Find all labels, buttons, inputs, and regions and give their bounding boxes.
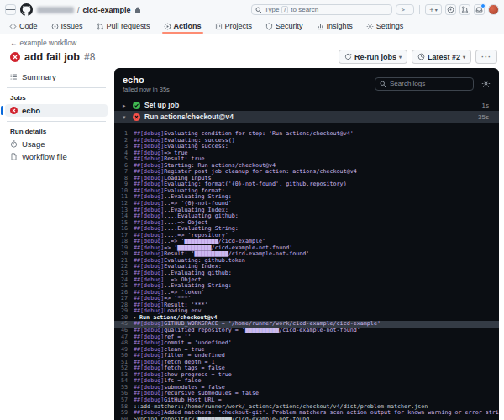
log-line[interactable]: 15##[debug]....=> Object: [114, 220, 499, 227]
log-line[interactable]: 58::add-matcher::/home/runner/work/_acti…: [114, 404, 499, 411]
log-line[interactable]: 30▸Run actions/checkout@v4: [114, 315, 499, 322]
log-line-number[interactable]: 46: [114, 328, 128, 334]
log-line[interactable]: 20##[debug]Result: '██████████/cicd-exam…: [114, 251, 499, 258]
log-line[interactable]: 9##[debug]Evaluating: format('{0}-not-fo…: [114, 181, 499, 188]
tab-insights[interactable]: Insights: [311, 18, 359, 34]
log-line[interactable]: 3##[debug]Evaluating success:: [114, 144, 499, 150]
log-line-number[interactable]: 58: [114, 404, 128, 411]
sidebar-job-echo[interactable]: echo: [5, 104, 108, 117]
hamburger-menu-button[interactable]: [5, 4, 16, 15]
log-line-number[interactable]: 56: [114, 391, 128, 397]
kebab-menu-button[interactable]: ···: [475, 50, 497, 64]
log-line[interactable]: 49##[debug]clean = true: [114, 347, 499, 354]
tab-code[interactable]: Code: [3, 18, 44, 34]
log-line-number[interactable]: 54: [114, 378, 128, 385]
log-line-number[interactable]: 60: [114, 417, 128, 420]
log-line-number[interactable]: 12: [114, 201, 128, 207]
create-new-button[interactable]: +▾: [425, 4, 442, 15]
log-line-number[interactable]: 28: [114, 302, 128, 309]
log-line[interactable]: 4##[debug]=> true: [114, 150, 499, 157]
log-line-number[interactable]: 9: [114, 181, 128, 188]
log-line-number[interactable]: 52: [114, 365, 128, 372]
log-line-number[interactable]: 15: [114, 220, 128, 227]
log-line[interactable]: 56##[debug]recursive submodules = false: [114, 391, 499, 397]
log-line-number[interactable]: 13: [114, 207, 128, 214]
log-line[interactable]: 8##[debug]Loading inputs: [114, 176, 499, 182]
log-line[interactable]: 48##[debug]commit = 'undefined': [114, 340, 499, 347]
tab-projects[interactable]: Projects: [209, 18, 259, 34]
step-setup-job[interactable]: ▸ Set up job 1s: [114, 99, 499, 111]
log-line-number[interactable]: 25: [114, 283, 128, 290]
log-line[interactable]: 11##[debug]..Evaluating String:: [114, 194, 499, 201]
log-line-number[interactable]: 49: [114, 347, 128, 354]
log-line[interactable]: 60Syncing repository: ██████████/cicd-ex…: [114, 417, 499, 420]
log-line[interactable]: 29##[debug]Loading env: [114, 308, 499, 315]
log-line[interactable]: 45##[debug]GITHUB_WORKSPACE = '/home/run…: [114, 321, 499, 328]
log-line-number[interactable]: 53: [114, 372, 128, 379]
log-line[interactable]: 7##[debug]Register post job cleanup for …: [114, 169, 499, 176]
log-line[interactable]: 28##[debug]Result: '***': [114, 302, 499, 309]
log-line[interactable]: 47##[debug]ref = '': [114, 334, 499, 341]
sidebar-item-usage[interactable]: Usage: [5, 138, 108, 150]
log-line-number[interactable]: 27: [114, 296, 128, 302]
log-line-number[interactable]: 22: [114, 264, 128, 270]
log-line[interactable]: 1##[debug]Evaluating condition for step:…: [114, 131, 499, 138]
back-to-workflow-link[interactable]: ← example workflow: [10, 39, 504, 47]
log-line[interactable]: 21##[debug]Evaluating: github.token: [114, 258, 499, 265]
chevron-down-icon[interactable]: ▾: [123, 114, 129, 120]
log-line[interactable]: 55##[debug]submodules = false: [114, 385, 499, 391]
log-line-number[interactable]: 23: [114, 270, 128, 277]
log-line[interactable]: 54##[debug]lfs = false: [114, 378, 499, 385]
tab-settings[interactable]: Settings: [360, 18, 410, 34]
log-line[interactable]: 24##[debug]..=> Object: [114, 277, 499, 284]
log-settings-gear-icon[interactable]: [481, 79, 491, 88]
log-line-number[interactable]: 30: [114, 315, 128, 322]
log-line[interactable]: 23##[debug]..Evaluating github:: [114, 270, 499, 277]
log-line[interactable]: 53##[debug]show progress = true: [114, 372, 499, 379]
log-line[interactable]: 26##[debug]..=> 'token': [114, 290, 499, 297]
log-line[interactable]: 52##[debug]fetch tags = false: [114, 365, 499, 372]
log-line[interactable]: 17##[debug]....=> 'repository': [114, 233, 499, 239]
log-line-number[interactable]: 29: [114, 308, 128, 315]
log-line[interactable]: 57##[debug]GitHub Host URL =: [114, 397, 499, 404]
log-line-number[interactable]: 55: [114, 385, 128, 391]
log-line-number[interactable]: 8: [114, 176, 128, 182]
log-line-number[interactable]: 19: [114, 245, 128, 252]
log-line-number[interactable]: 26: [114, 290, 128, 297]
log-line-number[interactable]: 7: [114, 169, 128, 176]
repo-name-link[interactable]: cicd-example: [83, 6, 131, 14]
tab-issues[interactable]: Issues: [45, 18, 89, 34]
log-line[interactable]: 19##[debug]=> '██████████/cicd-example-n…: [114, 245, 499, 252]
log-line-number[interactable]: 6: [114, 163, 128, 170]
log-line-number[interactable]: 51: [114, 360, 128, 366]
log-line-number[interactable]: 1: [114, 131, 128, 138]
chevron-right-icon[interactable]: ▸: [134, 315, 137, 322]
issues-icon-button[interactable]: [445, 4, 456, 15]
log-line[interactable]: 2##[debug]Evaluating: success(): [114, 138, 499, 144]
latest-attempt-button[interactable]: Latest #2 ▾: [412, 50, 471, 64]
log-line[interactable]: 10##[debug]Evaluating format:: [114, 188, 499, 195]
log-line-number[interactable]: 3: [114, 144, 128, 150]
log-line-number[interactable]: 14: [114, 213, 128, 220]
global-search-input[interactable]: Type / to search: [251, 4, 392, 15]
log-line-number[interactable]: 21: [114, 258, 128, 265]
command-palette-button[interactable]: >_: [396, 4, 414, 15]
log-line-number[interactable]: 4: [114, 150, 128, 157]
log-line[interactable]: 16##[debug]....Evaluating String:: [114, 226, 499, 233]
log-line-number[interactable]: 50: [114, 353, 128, 360]
tab-actions[interactable]: Actions: [158, 18, 207, 34]
sidebar-item-workflow-file[interactable]: Workflow file: [5, 150, 108, 163]
log-line[interactable]: 13##[debug]..Evaluating Index:: [114, 207, 499, 214]
log-line-number[interactable]: 47: [114, 334, 128, 341]
inbox-icon-button[interactable]: [474, 4, 485, 15]
sidebar-item-summary[interactable]: Summary: [5, 71, 108, 83]
tab-security[interactable]: Security: [260, 18, 309, 34]
log-line[interactable]: 12##[debug]..=> '{0}-not-found': [114, 201, 499, 207]
log-line-number[interactable]: 45: [114, 321, 128, 328]
log-line[interactable]: 46##[debug]qualified repository = '█████…: [114, 328, 499, 334]
log-line-number[interactable]: 16: [114, 226, 128, 233]
log-line[interactable]: 14##[debug]....Evaluating github:: [114, 213, 499, 220]
step-run-checkout[interactable]: ▾ Run actions/checkout@v4 35s: [114, 111, 499, 123]
log-line-number[interactable]: 24: [114, 277, 128, 284]
log-line[interactable]: 25##[debug]..Evaluating String:: [114, 283, 499, 290]
